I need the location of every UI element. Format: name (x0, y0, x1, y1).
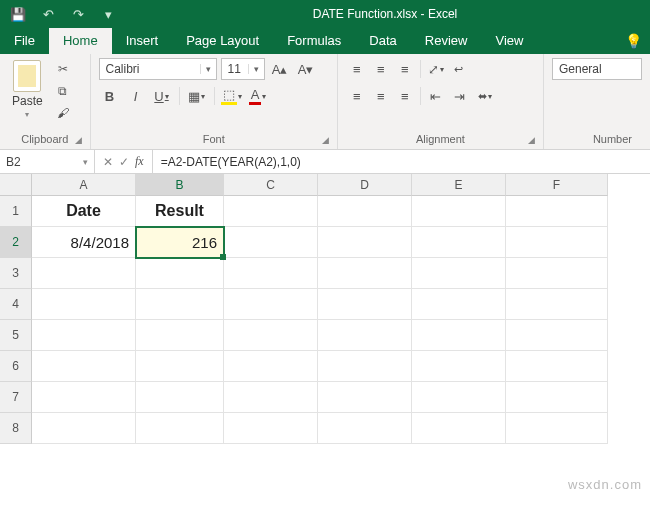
formula-bar[interactable]: =A2-DATE(YEAR(A2),1,0) (153, 150, 650, 173)
cut-button[interactable]: ✂ (53, 60, 73, 78)
undo-button[interactable]: ↶ (36, 2, 60, 26)
cancel-formula-button[interactable]: ✕ (103, 155, 113, 169)
align-left-button[interactable]: ≡ (346, 85, 368, 107)
wrap-text-button[interactable]: ↩ (449, 58, 468, 80)
cell-A2[interactable]: 8/4/2018 (32, 227, 136, 258)
align-bottom-button[interactable]: ≡ (394, 58, 416, 80)
font-name-combo[interactable]: Calibri▾ (99, 58, 217, 80)
shrink-font-button[interactable]: A▾ (295, 58, 317, 80)
tab-home[interactable]: Home (49, 28, 112, 54)
row-header-2[interactable]: 2 (0, 227, 32, 258)
tab-file[interactable]: File (0, 28, 49, 54)
fill-color-button[interactable]: ⬚▾ (221, 85, 243, 107)
cell-F5[interactable] (506, 320, 608, 351)
decrease-indent-button[interactable]: ⇤ (425, 85, 447, 107)
cell-A4[interactable] (32, 289, 136, 320)
row-header-1[interactable]: 1 (0, 196, 32, 227)
fx-button[interactable]: fx (135, 154, 144, 169)
cell-D5[interactable] (318, 320, 412, 351)
redo-button[interactable]: ↷ (66, 2, 90, 26)
column-header-A[interactable]: A (32, 174, 136, 196)
font-color-button[interactable]: A▾ (247, 85, 269, 107)
cell-C1[interactable] (224, 196, 318, 227)
underline-button[interactable]: U▾ (151, 85, 173, 107)
tab-insert[interactable]: Insert (112, 28, 173, 54)
cell-D1[interactable] (318, 196, 412, 227)
qat-more-button[interactable]: ▾ (96, 2, 120, 26)
cell-A6[interactable] (32, 351, 136, 382)
enter-formula-button[interactable]: ✓ (119, 155, 129, 169)
copy-button[interactable]: ⧉ (53, 82, 73, 100)
save-button[interactable]: 💾 (6, 2, 30, 26)
column-header-B[interactable]: B (136, 174, 224, 196)
cell-C8[interactable] (224, 413, 318, 444)
row-header-6[interactable]: 6 (0, 351, 32, 382)
tab-data[interactable]: Data (355, 28, 410, 54)
cell-E7[interactable] (412, 382, 506, 413)
align-top-button[interactable]: ≡ (346, 58, 368, 80)
tab-view[interactable]: View (481, 28, 537, 54)
cell-A7[interactable] (32, 382, 136, 413)
grow-font-button[interactable]: A▴ (269, 58, 291, 80)
column-header-C[interactable]: C (224, 174, 318, 196)
orientation-button[interactable]: ⤢▾ (425, 58, 447, 80)
italic-button[interactable]: I (125, 85, 147, 107)
select-all-corner[interactable] (0, 174, 32, 196)
cell-C7[interactable] (224, 382, 318, 413)
row-header-3[interactable]: 3 (0, 258, 32, 289)
row-header-4[interactable]: 4 (0, 289, 32, 320)
cell-C5[interactable] (224, 320, 318, 351)
align-middle-button[interactable]: ≡ (370, 58, 392, 80)
name-box[interactable]: B2▾ (0, 150, 95, 173)
row-header-7[interactable]: 7 (0, 382, 32, 413)
cell-D3[interactable] (318, 258, 412, 289)
cell-D8[interactable] (318, 413, 412, 444)
cell-C4[interactable] (224, 289, 318, 320)
cell-F1[interactable] (506, 196, 608, 227)
column-header-E[interactable]: E (412, 174, 506, 196)
cell-B2[interactable]: 216 (136, 227, 224, 258)
tab-page-layout[interactable]: Page Layout (172, 28, 273, 54)
cell-B3[interactable] (136, 258, 224, 289)
clipboard-dialog-launcher[interactable]: ◢ (75, 135, 82, 145)
font-size-combo[interactable]: 11▾ (221, 58, 265, 80)
cell-E1[interactable] (412, 196, 506, 227)
format-painter-button[interactable]: 🖌 (53, 104, 73, 122)
cell-E8[interactable] (412, 413, 506, 444)
cell-D6[interactable] (318, 351, 412, 382)
cell-C2[interactable] (224, 227, 318, 258)
cell-B6[interactable] (136, 351, 224, 382)
worksheet-grid[interactable]: 12345678 ABCDEF DateResult8/4/2018216 (0, 174, 650, 444)
cell-A5[interactable] (32, 320, 136, 351)
alignment-dialog-launcher[interactable]: ◢ (528, 135, 535, 145)
row-header-5[interactable]: 5 (0, 320, 32, 351)
cell-E6[interactable] (412, 351, 506, 382)
cell-C6[interactable] (224, 351, 318, 382)
cell-F4[interactable] (506, 289, 608, 320)
cell-F3[interactable] (506, 258, 608, 289)
align-right-button[interactable]: ≡ (394, 85, 416, 107)
cell-D4[interactable] (318, 289, 412, 320)
cell-D2[interactable] (318, 227, 412, 258)
cell-E5[interactable] (412, 320, 506, 351)
increase-indent-button[interactable]: ⇥ (449, 85, 471, 107)
cell-A8[interactable] (32, 413, 136, 444)
cell-B1[interactable]: Result (136, 196, 224, 227)
cell-B4[interactable] (136, 289, 224, 320)
merge-center-button[interactable]: ⬌▾ (473, 85, 497, 107)
cell-E4[interactable] (412, 289, 506, 320)
cell-E2[interactable] (412, 227, 506, 258)
border-button[interactable]: ▦▾ (186, 85, 208, 107)
tab-formulas[interactable]: Formulas (273, 28, 355, 54)
cell-E3[interactable] (412, 258, 506, 289)
cell-F8[interactable] (506, 413, 608, 444)
cell-B8[interactable] (136, 413, 224, 444)
cell-B5[interactable] (136, 320, 224, 351)
cell-D7[interactable] (318, 382, 412, 413)
cell-C3[interactable] (224, 258, 318, 289)
paste-button[interactable]: Paste ▾ (8, 58, 47, 121)
column-header-D[interactable]: D (318, 174, 412, 196)
cell-B7[interactable] (136, 382, 224, 413)
cell-F6[interactable] (506, 351, 608, 382)
cell-F2[interactable] (506, 227, 608, 258)
